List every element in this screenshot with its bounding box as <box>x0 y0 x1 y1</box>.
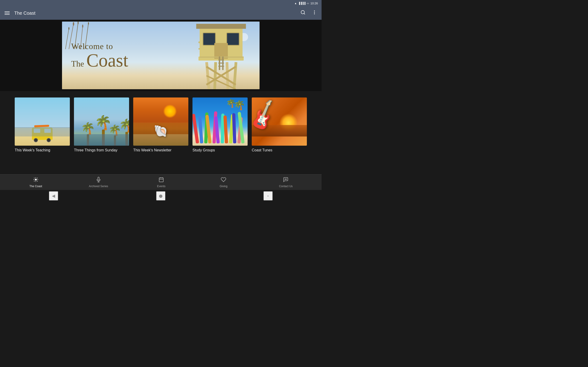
svg-rect-26 <box>214 43 228 59</box>
bottom-nav: The Coast Archived Series Events <box>0 174 321 190</box>
home-icon: ⬤ <box>159 194 163 198</box>
svg-rect-32 <box>218 66 224 67</box>
app-bar-actions <box>300 9 318 17</box>
nav-item-events[interactable]: Events <box>152 177 170 188</box>
hero-container: Welcome to The Coast <box>0 20 321 91</box>
svg-point-2 <box>314 10 315 11</box>
svg-rect-54 <box>159 178 163 182</box>
card-three-things[interactable]: 🌴 🌴 🌴 🌴 Three Things from Su <box>74 98 129 153</box>
svg-rect-30 <box>218 59 224 60</box>
hero-coast: Coast <box>86 51 128 69</box>
content-section: This Week's Teaching 🌴 🌴 🌴 <box>0 91 321 159</box>
card-image-van <box>15 98 70 146</box>
status-bar: ▲ ▐▐▐▐ ▭ 10:26 <box>0 0 321 6</box>
cards-grid: This Week's Teaching 🌴 🌴 🌴 <box>9 98 312 153</box>
card-label-teaching: This Week's Teaching <box>15 148 70 153</box>
card-this-weeks-teaching[interactable]: This Week's Teaching <box>15 98 70 153</box>
hero-welcome-line2: The Coast <box>71 51 128 69</box>
svg-point-59 <box>285 179 286 179</box>
home-button[interactable]: ⬤ <box>156 191 165 200</box>
nav-label-the-coast: The Coast <box>29 185 42 188</box>
nav-item-the-coast[interactable]: The Coast <box>27 177 45 188</box>
card-coast-tunes[interactable]: 🎸 Coast Tunes <box>252 98 307 153</box>
svg-point-43 <box>35 179 37 181</box>
hero-text-area: Welcome to The Coast <box>71 42 128 69</box>
card-study-groups[interactable]: 🌴 🌴 Study Groups <box>192 98 248 153</box>
app-bar: The Coast <box>0 6 321 20</box>
card-label-newsletter: This Week's Newsletter <box>133 148 188 153</box>
svg-line-1 <box>304 13 305 14</box>
back-button[interactable]: ◀ <box>49 191 58 200</box>
search-button[interactable] <box>300 9 306 17</box>
svg-rect-6 <box>213 62 217 89</box>
lifeguard-tower <box>187 22 255 89</box>
card-image-shell: 🐚 <box>133 98 188 146</box>
svg-rect-27 <box>199 56 244 58</box>
nav-icon-events <box>158 177 164 184</box>
card-image-guitar: 🎸 <box>252 98 307 146</box>
svg-point-3 <box>314 12 315 13</box>
svg-line-50 <box>37 178 37 178</box>
nav-label-giving: Giving <box>220 185 227 188</box>
nav-item-archived[interactable]: Archived Series <box>89 177 108 188</box>
system-nav: ◀ ⬤ ▪ <box>0 190 321 202</box>
wifi-icon: ▲ <box>294 2 297 5</box>
nav-icon-archived <box>96 177 101 184</box>
svg-rect-25 <box>227 33 239 45</box>
hamburger-icon <box>5 11 10 15</box>
nav-item-giving[interactable]: Giving <box>214 177 233 188</box>
recents-icon: ▪ <box>267 194 268 198</box>
nav-icon-contact <box>283 177 288 184</box>
card-image-surfboards: 🌴 🌴 <box>192 98 248 146</box>
battery-icon: ▭ <box>307 2 309 5</box>
back-icon: ◀ <box>52 193 55 198</box>
hero-the: The <box>71 59 84 69</box>
svg-rect-31 <box>218 63 224 64</box>
more-button[interactable] <box>311 9 318 17</box>
status-icons: ▲ ▐▐▐▐ ▭ 10:26 <box>294 2 318 5</box>
svg-point-4 <box>314 14 315 15</box>
recents-button[interactable]: ▪ <box>263 191 273 200</box>
card-image-palms: 🌴 🌴 🌴 🌴 <box>74 98 129 146</box>
signal-icon: ▐▐▐▐ <box>298 2 305 5</box>
svg-point-58 <box>285 179 285 179</box>
svg-line-49 <box>37 181 37 181</box>
app-title: The Coast <box>14 10 296 16</box>
nav-item-contact[interactable]: Contact Us <box>277 177 295 188</box>
svg-marker-23 <box>196 24 246 29</box>
svg-point-60 <box>286 179 287 179</box>
status-time: 10:26 <box>310 2 318 5</box>
card-newsletter[interactable]: 🐚 This Week's Newsletter <box>133 98 188 153</box>
card-label-coast-tunes: Coast Tunes <box>252 148 307 153</box>
nav-label-archived: Archived Series <box>89 185 108 188</box>
svg-rect-24 <box>203 33 216 45</box>
svg-line-51 <box>34 181 35 181</box>
menu-button[interactable] <box>4 10 10 16</box>
svg-line-48 <box>34 178 35 178</box>
search-icon <box>300 10 305 15</box>
more-vertical-icon <box>312 10 317 15</box>
hero-welcome-line1: Welcome to <box>71 42 128 51</box>
card-label-sunday: Three Things from Sunday <box>74 148 129 153</box>
nav-label-events: Events <box>157 185 166 188</box>
nav-icon-the-coast <box>33 177 39 184</box>
nav-label-contact: Contact Us <box>279 185 293 188</box>
hero-banner: Welcome to The Coast <box>62 22 259 89</box>
nav-icon-giving <box>221 177 226 184</box>
card-label-study-groups: Study Groups <box>192 148 248 153</box>
